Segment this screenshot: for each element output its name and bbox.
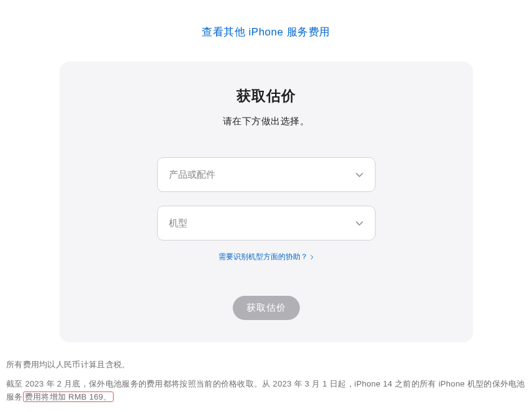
get-estimate-button[interactable]: 获取估价 bbox=[233, 296, 300, 320]
footer-line-1: 所有费用均以人民币计算且含税。 bbox=[6, 359, 526, 372]
chevron-right-icon bbox=[310, 255, 313, 260]
identify-model-help-link[interactable]: 需要识别机型方面的协助？ bbox=[219, 252, 313, 262]
card-title: 获取估价 bbox=[237, 86, 296, 106]
model-select[interactable]: 机型 bbox=[157, 206, 376, 240]
product-select-placeholder: 产品或配件 bbox=[169, 169, 215, 181]
footer-disclaimer: 所有费用均以人民币计算且含税。 截至 2023 年 2 月底，保外电池服务的费用… bbox=[0, 342, 532, 403]
view-other-services-link[interactable]: 查看其他 iPhone 服务费用 bbox=[202, 25, 330, 39]
price-increase-highlight: 费用将增加 RMB 169。 bbox=[23, 391, 114, 402]
estimate-card: 获取估价 请在下方做出选择。 产品或配件 机型 bbox=[60, 62, 473, 342]
chevron-down-icon bbox=[355, 170, 364, 179]
chevron-down-icon bbox=[355, 219, 364, 227]
footer-line-2: 截至 2023 年 2 月底，保外电池服务的费用都将按照当前的价格收取。从 20… bbox=[6, 378, 526, 404]
help-link-label: 需要识别机型方面的协助？ bbox=[219, 252, 308, 262]
model-select-placeholder: 机型 bbox=[169, 217, 187, 229]
product-select[interactable]: 产品或配件 bbox=[157, 157, 376, 192]
card-subtitle: 请在下方做出选择。 bbox=[223, 116, 310, 127]
